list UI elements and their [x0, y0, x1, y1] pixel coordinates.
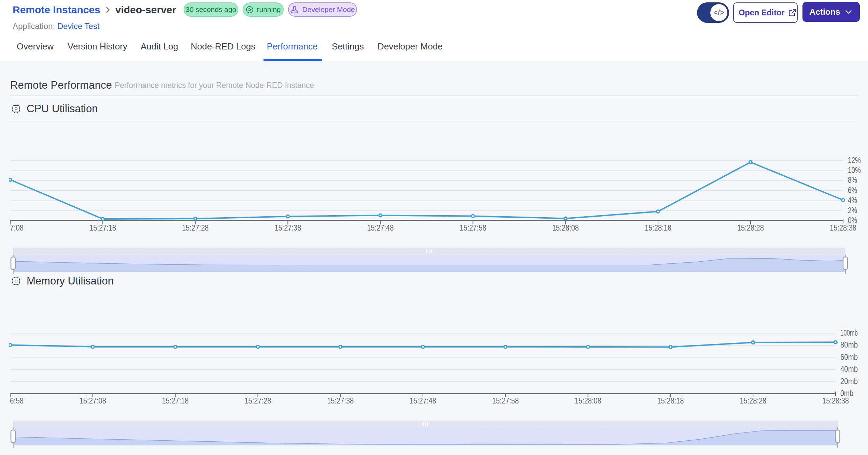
svg-text:15:27:38: 15:27:38 — [274, 223, 301, 232]
svg-text:15:27:18: 15:27:18 — [89, 223, 116, 232]
svg-text:4%: 4% — [848, 196, 857, 205]
svg-text:2%: 2% — [848, 206, 857, 215]
svg-text:7:08: 7:08 — [10, 223, 24, 232]
svg-text:15:27:48: 15:27:48 — [367, 223, 394, 232]
svg-text:6:58: 6:58 — [10, 396, 24, 405]
svg-text:60mb: 60mb — [840, 353, 858, 362]
svg-text:15:27:28: 15:27:28 — [244, 396, 271, 405]
svg-text:15:27:08: 15:27:08 — [80, 396, 106, 405]
svg-text:0mb: 0mb — [840, 389, 853, 398]
svg-text:20mb: 20mb — [840, 377, 858, 386]
svg-text:100mb: 100mb — [840, 328, 858, 337]
svg-text:15:28:08: 15:28:08 — [575, 396, 601, 405]
svg-text:15:27:28: 15:27:28 — [182, 223, 209, 232]
svg-text:8%: 8% — [848, 176, 857, 185]
svg-text:15:28:28: 15:28:28 — [740, 396, 766, 405]
svg-text:15:27:48: 15:27:48 — [410, 396, 436, 405]
svg-text:15:27:18: 15:27:18 — [162, 396, 189, 405]
svg-text:15:28:28: 15:28:28 — [737, 223, 764, 232]
svg-text:15:28:18: 15:28:18 — [657, 396, 684, 405]
svg-text:15:27:58: 15:27:58 — [492, 396, 519, 405]
svg-text:80mb: 80mb — [840, 340, 858, 349]
svg-text:15:28:18: 15:28:18 — [645, 223, 671, 232]
svg-text:15:27:58: 15:27:58 — [460, 223, 486, 232]
svg-text:0%: 0% — [848, 216, 857, 225]
svg-text:15:28:08: 15:28:08 — [552, 223, 579, 232]
svg-text:15:27:38: 15:27:38 — [327, 396, 354, 405]
svg-text:6%: 6% — [848, 186, 857, 195]
svg-text:12%: 12% — [848, 156, 861, 165]
svg-text:10%: 10% — [848, 166, 861, 175]
svg-text:40mb: 40mb — [840, 365, 858, 373]
